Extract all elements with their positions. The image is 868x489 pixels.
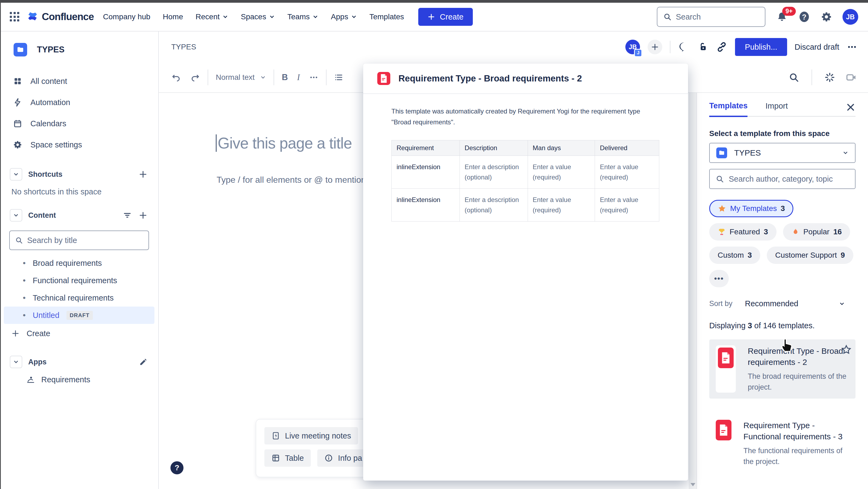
- filter-my-templates[interactable]: My Templates 3: [709, 200, 793, 217]
- template-card-technical[interactable]: Requirement Type - Technical requirement…: [709, 484, 856, 489]
- table-icon: [272, 454, 280, 462]
- list-button[interactable]: [334, 73, 343, 82]
- bullet-list-icon: [334, 73, 343, 82]
- filter-icon[interactable]: [123, 211, 132, 220]
- add-shortcut-icon[interactable]: [139, 170, 147, 179]
- nav-item-spaces[interactable]: Spaces: [241, 12, 275, 21]
- live-meeting-notes-button[interactable]: Live meeting notes: [265, 427, 358, 445]
- editor-scrollbar[interactable]: [689, 86, 696, 489]
- search-input[interactable]: [676, 12, 752, 22]
- page-item-broad-requirements[interactable]: • Broad requirements: [4, 254, 154, 272]
- template-search-input[interactable]: [729, 175, 848, 184]
- collaborator-avatar[interactable]: JB J: [625, 40, 640, 54]
- top-navbar: Confluence Company hub Home Recent Space…: [0, 3, 868, 31]
- text-style-select[interactable]: Normal text: [216, 73, 266, 82]
- more-formatting-button[interactable]: [309, 73, 318, 82]
- nav-item-templates[interactable]: Templates: [369, 12, 404, 21]
- space-header[interactable]: TYPES: [0, 43, 158, 57]
- sort-select[interactable]: Recommended: [745, 299, 799, 308]
- video-camera-icon: [846, 72, 857, 83]
- publish-button[interactable]: Publish...: [735, 38, 787, 56]
- filter-featured[interactable]: Featured 3: [709, 223, 777, 241]
- search-by-title-input[interactable]: [27, 236, 136, 245]
- italic-button[interactable]: I: [297, 72, 300, 82]
- table-row: inlineExtension Enter a description (opt…: [392, 156, 659, 189]
- breadcrumb[interactable]: TYPES: [171, 42, 196, 51]
- sidebar-item-automation[interactable]: Automation: [0, 92, 158, 113]
- discard-draft-button[interactable]: Discard draft: [795, 42, 839, 52]
- confluence-app: Confluence Company hub Home Recent Space…: [0, 0, 868, 489]
- find-in-page-button[interactable]: [789, 72, 799, 83]
- sidebar-search[interactable]: [9, 231, 149, 250]
- invite-button[interactable]: [648, 40, 662, 54]
- page-item-technical-requirements[interactable]: • Technical requirements: [4, 289, 154, 307]
- close-panel-button[interactable]: [846, 102, 856, 112]
- filter-custom[interactable]: Custom 3: [709, 247, 760, 264]
- star-icon: [718, 204, 726, 213]
- scroll-down-arrow[interactable]: [690, 483, 695, 486]
- add-content-icon[interactable]: [139, 211, 147, 220]
- app-switcher-icon[interactable]: [10, 12, 20, 22]
- filter-popular[interactable]: Popular 16: [783, 223, 850, 241]
- comments-button[interactable]: [678, 41, 690, 53]
- page-item-functional-requirements[interactable]: • Functional requirements: [4, 272, 154, 289]
- confluence-logo[interactable]: Confluence: [27, 10, 94, 23]
- table-button[interactable]: Table: [265, 449, 311, 467]
- more-filters-button[interactable]: •••: [709, 270, 729, 287]
- content-section-header: Content: [0, 207, 158, 223]
- gear-icon: [13, 140, 22, 149]
- fullscreen-toggle-icon[interactable]: [825, 72, 835, 83]
- template-card-functional[interactable]: Requirement Type - Functional requiremen…: [709, 414, 856, 473]
- bullet-icon: •: [23, 276, 26, 285]
- tab-templates[interactable]: Templates: [709, 101, 747, 117]
- lightning-icon: [13, 98, 22, 107]
- restrictions-button[interactable]: [698, 41, 708, 52]
- sidebar-item-all-content[interactable]: All content: [0, 70, 158, 92]
- editor-help-button[interactable]: ?: [170, 461, 184, 474]
- collapse-content-button[interactable]: [10, 209, 22, 221]
- info-panel-button[interactable]: Info pa: [317, 449, 369, 467]
- notification-badge: 9+: [782, 7, 796, 16]
- nav-item-home[interactable]: Home: [163, 12, 183, 21]
- user-avatar[interactable]: JB: [842, 9, 858, 25]
- sort-row: Sort by Recommended: [709, 299, 856, 308]
- undo-button[interactable]: [171, 72, 181, 82]
- space-folder-icon: [716, 147, 727, 158]
- chevron-down-icon: [842, 150, 848, 156]
- redo-button[interactable]: [190, 72, 200, 82]
- more-options-button[interactable]: [847, 42, 857, 52]
- nav-item-company-hub[interactable]: Company hub: [103, 12, 150, 21]
- video-button[interactable]: [846, 72, 857, 83]
- notifications-button[interactable]: 9+: [776, 11, 788, 23]
- link-button[interactable]: [716, 41, 727, 53]
- templates-panel: Templates Import Select a template from …: [696, 93, 868, 489]
- nav-item-apps[interactable]: Apps: [331, 12, 357, 21]
- help-button[interactable]: ?: [798, 10, 810, 23]
- page-body-placeholder[interactable]: Type / for all elements or @ to mention: [217, 175, 366, 185]
- settings-button[interactable]: [821, 11, 832, 23]
- pencil-icon[interactable]: [139, 358, 147, 366]
- sidebar-app-requirements[interactable]: Requirements: [0, 370, 158, 389]
- comment-icon: [678, 41, 690, 53]
- create-button[interactable]: Create: [418, 8, 473, 26]
- bold-button[interactable]: B: [282, 72, 288, 82]
- template-card-broad[interactable]: Requirement Type - Broad requirements - …: [709, 339, 856, 399]
- nav-item-teams[interactable]: Teams: [287, 12, 318, 21]
- sidebar-item-space-settings[interactable]: Space settings: [0, 134, 158, 155]
- tab-import[interactable]: Import: [766, 101, 788, 116]
- collapse-apps-button[interactable]: [10, 356, 22, 368]
- space-name: TYPES: [37, 45, 65, 55]
- nav-item-recent[interactable]: Recent: [196, 12, 228, 21]
- sidebar-create-button[interactable]: Create: [0, 324, 158, 343]
- filter-customer-support[interactable]: Customer Support 9: [767, 247, 854, 264]
- collapse-shortcuts-button[interactable]: [10, 168, 22, 181]
- star-outline-icon[interactable]: [841, 344, 852, 356]
- shortcuts-section-header: Shortcuts: [0, 166, 158, 182]
- sidebar-item-calendars[interactable]: Calendars: [0, 113, 158, 134]
- global-search[interactable]: [657, 7, 766, 27]
- template-search[interactable]: [709, 169, 856, 189]
- page-item-untitled-draft[interactable]: • Untitled DRAFT: [4, 307, 154, 324]
- space-selector[interactable]: TYPES: [709, 143, 856, 163]
- draft-badge: DRAFT: [66, 311, 93, 320]
- page-title-placeholder[interactable]: Give this page a title: [218, 134, 352, 152]
